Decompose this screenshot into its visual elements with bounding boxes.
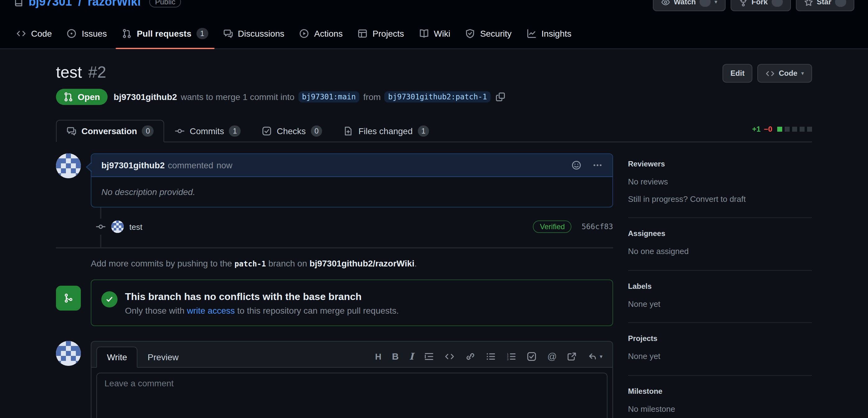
fork-icon <box>738 0 748 6</box>
comment-body: No description provided. <box>91 177 613 207</box>
write-tab[interactable]: Write <box>96 347 138 368</box>
code-dropdown-button[interactable]: Code ▾ <box>757 64 812 82</box>
verified-badge[interactable]: Verified <box>533 220 572 233</box>
pr-container: test #2 Edit Code ▾ Open bj97301 <box>36 63 832 418</box>
pr-tabnav: Conversation 0 Commits 1 Checks 0 Files … <box>56 120 812 142</box>
avatar[interactable] <box>56 153 81 178</box>
eye-icon <box>661 0 670 6</box>
nav-tab-code[interactable]: Code <box>10 21 58 48</box>
commit-author-avatar[interactable] <box>111 220 124 233</box>
timeline-comment-item: bj97301github2 commented now <box>56 153 613 207</box>
sidebar-section-assignees: Assignees No one assigned <box>628 218 812 271</box>
write-access-link[interactable]: write access <box>187 306 235 315</box>
nav-tab-wiki[interactable]: Wiki <box>413 21 457 48</box>
commit-sha-link[interactable]: 566cf83 <box>582 222 613 231</box>
git-commit-icon <box>175 126 185 136</box>
git-commit-icon <box>96 219 106 235</box>
composer-body <box>91 368 613 418</box>
tab-checks[interactable]: Checks 0 <box>251 120 333 142</box>
mention-button[interactable]: @ <box>547 352 557 361</box>
preview-tab[interactable]: Preview <box>138 347 189 367</box>
checklist-icon <box>262 126 272 136</box>
push-hint-text: Add more commits by pushing to the <box>91 258 232 268</box>
current-user-avatar[interactable] <box>56 341 81 366</box>
cross-reference-button[interactable] <box>567 352 577 361</box>
comment-textarea[interactable] <box>96 373 608 418</box>
push-hint-repo: bj97301github2/razorWiki <box>310 258 414 268</box>
sidebar-section-body: No reviews <box>628 176 812 188</box>
comment-author[interactable]: bj97301github2 <box>101 160 165 170</box>
tab-count: 0 <box>142 126 154 137</box>
push-hint-branch: patch-1 <box>235 259 266 268</box>
diffstat-block <box>807 127 812 131</box>
convert-to-draft-link[interactable]: Convert to draft <box>690 194 745 203</box>
tab-label: Checks <box>277 126 306 136</box>
nav-tab-pull-requests[interactable]: Pull requests 1 <box>116 20 214 48</box>
title-actions: Edit Code ▾ <box>722 64 812 82</box>
shield-icon <box>465 29 475 38</box>
tab-conversation[interactable]: Conversation 0 <box>56 120 164 142</box>
unordered-list-button[interactable] <box>486 352 496 361</box>
pr-author-link[interactable]: bj97301github2 <box>114 92 177 102</box>
sidebar-section-reviewers: Reviewers No reviews Still in progress? … <box>628 153 812 218</box>
sidebar-section-title: Labels <box>628 282 812 290</box>
nav-tab-actions[interactable]: Actions <box>293 21 349 48</box>
link-button[interactable] <box>465 352 475 361</box>
diffstat-deletions: −0 <box>764 125 772 133</box>
tab-commits[interactable]: Commits 1 <box>164 120 251 142</box>
repo-name-link[interactable]: razorWiki <box>88 0 141 9</box>
base-branch-label[interactable]: bj97301:main <box>298 91 360 103</box>
nav-tab-label: Security <box>480 29 512 38</box>
nav-tab-projects[interactable]: Projects <box>351 21 410 48</box>
nav-tab-discussions[interactable]: Discussions <box>217 21 290 48</box>
commit-meta: Verified 566cf83 <box>533 220 613 233</box>
add-reaction-button[interactable] <box>571 160 581 170</box>
comment-body-text: No description provided. <box>101 187 195 197</box>
head-branch-label[interactable]: bj97301github2:patch-1 <box>384 91 491 103</box>
discussion-icon <box>223 29 233 38</box>
diffstat-block <box>785 127 789 131</box>
tab-files-changed[interactable]: Files changed 1 <box>333 120 440 142</box>
fork-button[interactable]: Fork <box>730 0 790 11</box>
pr-timeline: bj97301github2 commented now <box>56 153 613 418</box>
repo-title-strip: bj97301/razorWiki Public Watch ▾ Fork <box>0 0 868 15</box>
pr-title: test #2 <box>56 63 106 82</box>
sidebar-section-body: No milestone <box>628 403 812 415</box>
diffstat-block <box>792 127 797 131</box>
nav-tab-insights[interactable]: Insights <box>520 21 578 48</box>
caret-down-icon: ▾ <box>714 0 717 5</box>
commit-message-link[interactable]: test <box>129 222 143 231</box>
heading-button[interactable]: H <box>375 352 381 361</box>
comment-options-button[interactable] <box>593 160 602 170</box>
push-hint-text: branch on <box>268 258 307 268</box>
star-button[interactable]: Star <box>796 0 854 11</box>
git-merge-icon <box>56 286 81 311</box>
sidebar-section-body: None yet <box>628 350 812 362</box>
nav-tab-issues[interactable]: Issues <box>61 21 113 48</box>
tab-count: 1 <box>417 126 429 137</box>
comment-timestamp[interactable]: now <box>216 160 232 170</box>
tasklist-button[interactable] <box>527 352 536 361</box>
sidebar-section-body: None yet <box>628 298 812 310</box>
pr-number: #2 <box>88 63 106 82</box>
merge-status-section: This branch has no conflicts with the ba… <box>56 279 613 326</box>
repo-owner-link[interactable]: bj97301 <box>29 0 72 9</box>
issue-opened-icon <box>67 29 77 38</box>
sidebar-section-title: Assignees <box>628 229 812 238</box>
copy-branch-button[interactable] <box>494 91 507 103</box>
ordered-list-button[interactable] <box>506 352 516 361</box>
comment-card: bj97301github2 commented now <box>91 153 613 207</box>
quote-button[interactable] <box>424 352 434 361</box>
saved-replies-button[interactable]: ▾ <box>588 352 602 361</box>
code-button[interactable] <box>444 352 455 361</box>
code-label: Code <box>779 67 798 79</box>
diffstat-additions: +1 <box>752 125 761 133</box>
nav-tab-security[interactable]: Security <box>459 21 518 48</box>
watch-button[interactable]: Watch ▾ <box>653 0 725 11</box>
nav-tab-label: Pull requests <box>137 29 191 38</box>
list-ordered-icon <box>506 352 516 361</box>
bold-button[interactable]: B <box>392 352 399 361</box>
italic-button[interactable]: I <box>409 352 413 361</box>
nav-tab-label: Wiki <box>434 29 451 38</box>
edit-button[interactable]: Edit <box>722 64 753 82</box>
